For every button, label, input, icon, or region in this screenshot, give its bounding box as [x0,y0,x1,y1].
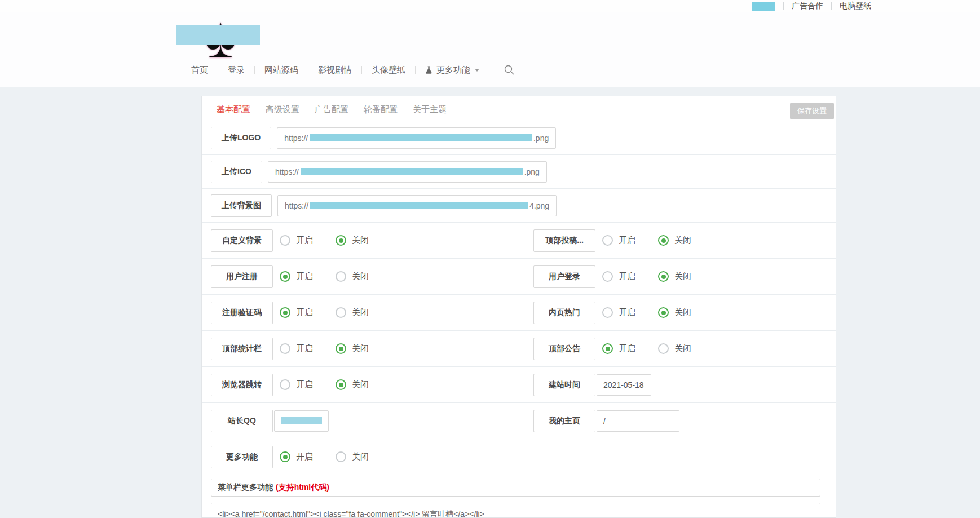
logo-url-input[interactable]: https:// .png [277,127,556,149]
save-settings-button[interactable]: 保存设置 [790,103,834,119]
radio-option-off[interactable]: 关闭 [658,307,707,318]
radio-option-off[interactable]: 关闭 [658,343,707,354]
url-prefix: https:// [275,167,299,176]
search-icon [504,64,515,76]
site-logo[interactable]: ♠ [195,8,246,67]
nav-item-avatar-wallpaper[interactable]: 头像壁纸 [362,65,415,76]
url-censor-bar [310,134,532,141]
tab-basic-config[interactable]: 基本配置 [217,104,250,115]
radio-option-on[interactable]: 开启 [280,235,329,246]
radio-unchecked-icon[interactable] [336,451,346,462]
radio-option-off[interactable]: 关闭 [336,379,385,390]
nav-item-source[interactable]: 网站源码 [255,65,308,76]
upload-logo-row: 上传LOGO https:// .png [202,121,836,155]
upload-ico-button[interactable]: 上传ICO [211,161,262,183]
setting-label: 顶部投稿... [533,229,595,252]
topbar-link-pc-wallpaper[interactable]: 电脑壁纸 [840,1,871,11]
radio-unchecked-icon[interactable] [336,307,346,318]
url-suffix: .png [524,167,540,176]
ico-url-input[interactable]: https:// .png [268,161,547,183]
radio-option-off[interactable]: 关闭 [336,451,385,462]
setting-inner-hot: 内页热门 开启 关闭 [533,302,707,324]
background-url-input[interactable]: https:// 4.png [277,195,557,216]
settings-row: 自定义背景 开启 关闭 顶部投稿... 开启 关闭 [202,223,836,259]
setting-label: 我的主页 [533,410,595,432]
censored-topbar-link[interactable] [752,2,775,11]
radio-checked-icon[interactable] [336,235,346,246]
radio-unchecked-icon[interactable] [602,307,613,318]
setting-user-login: 用户登录 开启 关闭 [533,265,707,288]
setting-label: 注册验证码 [211,302,273,324]
setting-custom-background: 自定义背景 开启 关闭 [211,229,533,252]
chevron-down-icon [475,69,479,72]
my-homepage-input[interactable]: / [597,410,679,432]
topbar-links: 广告合作 电脑壁纸 [752,0,871,12]
radio-option-off[interactable]: 关闭 [658,235,707,246]
site-header: ♠ 首页 登录 网站源码 影视剧情 头像壁纸 更多功能 [0,12,980,87]
radio-unchecked-icon[interactable] [602,271,613,282]
radio-checked-icon[interactable] [336,343,346,354]
radio-checked-icon[interactable] [658,307,669,318]
url-suffix: 4.png [529,201,549,210]
nav-item-movies[interactable]: 影视剧情 [308,65,361,76]
radio-unchecked-icon[interactable] [336,271,346,282]
radio-option-off[interactable]: 关闭 [658,271,707,282]
radio-unchecked-icon[interactable] [658,343,669,354]
radio-checked-icon[interactable] [658,271,669,282]
radio-option-on[interactable]: 开启 [602,307,651,318]
radio-option-on[interactable]: 开启 [280,343,329,354]
radio-option-on[interactable]: 开启 [602,343,651,354]
settings-row: 更多功能 开启 关闭 [202,439,836,475]
radio-unchecked-icon[interactable] [280,343,290,354]
radio-option-on[interactable]: 开启 [280,379,329,390]
setting-label: 自定义背景 [211,229,273,252]
nav-item-login[interactable]: 登录 [218,65,254,76]
radio-unchecked-icon[interactable] [280,235,290,246]
radio-option-on[interactable]: 开启 [602,271,651,282]
upload-logo-button[interactable]: 上传LOGO [211,127,271,149]
tab-carousel-config[interactable]: 轮番配置 [364,104,398,115]
main-content: 基本配置 高级设置 广告配置 轮番配置 关于主题 保存设置 上传LOGO htt… [0,87,980,518]
tab-about-theme[interactable]: 关于主题 [413,104,447,115]
radio-option-off[interactable]: 关闭 [336,235,385,246]
tab-ad-config[interactable]: 广告配置 [315,104,348,115]
tab-advanced-settings[interactable]: 高级设置 [266,104,299,115]
setting-label: 顶部公告 [533,338,595,360]
url-prefix: https:// [285,201,308,210]
topbar-link-ad-coop[interactable]: 广告合作 [792,1,823,11]
radio-checked-icon[interactable] [280,271,290,282]
nav-item-home[interactable]: 首页 [182,65,218,76]
upload-background-button[interactable]: 上传背景图 [211,194,272,217]
radio-checked-icon[interactable] [602,343,613,354]
setting-label: 用户注册 [211,265,273,288]
search-button[interactable] [504,64,515,76]
radio-checked-icon[interactable] [658,235,669,246]
setting-my-homepage: 我的主页 / [533,410,679,432]
radio-option-on[interactable]: 开启 [280,451,329,462]
radio-checked-icon[interactable] [280,307,290,318]
settings-row: 站长QQ 我的主页 / [202,403,836,439]
menu-more-header: 菜单栏更多功能 (支持html代码) [211,479,820,497]
menu-more-code-textarea[interactable]: <li><a href="/contact.html"><i class="fa… [211,503,820,518]
radio-option-off[interactable]: 关闭 [336,271,385,282]
radio-unchecked-icon[interactable] [602,235,613,246]
setting-label: 更多功能 [211,446,273,468]
setting-label: 顶部统计栏 [211,338,273,360]
radio-checked-icon[interactable] [336,379,346,390]
nav-item-more-features[interactable]: 更多功能 [416,65,489,76]
settings-row: 浏览器跳转 开启 关闭 建站时间 2021-05-18 [202,367,836,403]
setting-top-submit: 顶部投稿... 开启 关闭 [533,229,707,252]
setting-top-notice: 顶部公告 开启 关闭 [533,338,707,360]
radio-option-on[interactable]: 开启 [602,235,651,246]
radio-option-on[interactable]: 开启 [280,307,329,318]
url-censor-bar [301,168,523,175]
webmaster-qq-input[interactable] [274,410,329,432]
radio-option-off[interactable]: 关闭 [336,307,385,318]
settings-tabs: 基本配置 高级设置 广告配置 轮番配置 关于主题 [217,104,462,115]
radio-option-on[interactable]: 开启 [280,271,329,282]
site-build-date-input[interactable]: 2021-05-18 [597,374,651,396]
radio-unchecked-icon[interactable] [280,379,290,390]
radio-checked-icon[interactable] [280,451,290,462]
divider [831,2,832,10]
radio-option-off[interactable]: 关闭 [336,343,385,354]
